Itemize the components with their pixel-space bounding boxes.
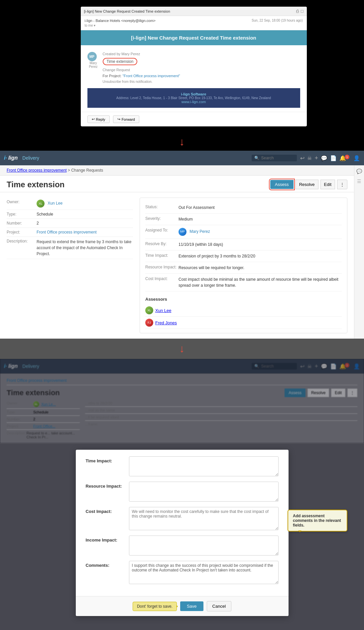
user-icon[interactable]: 👤 — [353, 155, 360, 161]
modal-time-impact-label: Time Impact: — [86, 456, 129, 463]
reply-icon: ↩ — [92, 117, 95, 121]
email-date: Sun, 22 Sep, 18:00 (19 hours ago) — [252, 19, 303, 22]
time-impact-value: Extension of project by 3 months to 28/2… — [179, 253, 255, 259]
modal-user-icon[interactable]: 👤 — [353, 363, 360, 370]
dont-forget-text: Dont' forget to save. — [137, 604, 173, 609]
modal-cost-impact-input[interactable] — [129, 507, 279, 530]
back-icon[interactable]: ↩ — [300, 155, 304, 161]
sidebar-list-icon[interactable]: ☰ — [357, 179, 361, 184]
bg-right: ...nths to 28/2/20 ...mal as the same ..… — [85, 400, 357, 440]
modal-search-input[interactable] — [261, 364, 294, 369]
mp-avatar: MP — [87, 52, 97, 61]
bg-more-btn: ⋮ — [347, 389, 357, 397]
modal-time-impact-input[interactable] — [129, 456, 279, 476]
logo-i: i· — [4, 155, 7, 161]
email-section: [i-lign] New Change Request Created Time… — [0, 0, 364, 133]
assigned-to-label: Assigned To: — [145, 228, 179, 236]
modal-add-icon[interactable]: + — [314, 363, 318, 370]
page-header: Time extension Assess Resolve Edit ⋮ — [0, 176, 354, 192]
type-label: Type: — [7, 212, 37, 217]
breadcrumb-project[interactable]: Front Office process improvement — [7, 168, 67, 173]
save-button[interactable]: Save — [180, 601, 203, 611]
project-link[interactable]: Front Office process improvement — [37, 230, 97, 235]
modal-bell-badge: 1 — [345, 363, 349, 368]
forward-button[interactable]: ↪ Forward — [113, 115, 139, 123]
blurred-background: i·lign Delivery 🔍 ↩ ☠ + 💬 📄 🔔1 👤 Front O… — [0, 359, 364, 630]
time-extension-badge: Time extension — [103, 58, 138, 65]
assessor-avatar-2: FJ — [145, 319, 153, 327]
bg-header: Time extension Assess Resolve Edit ⋮ — [7, 385, 357, 400]
severity-value: Medium — [179, 216, 193, 222]
email-from: i-lign - Balance Hotels <noreply@ilign.c… — [85, 19, 156, 23]
assessor-link-2[interactable]: Fred Jones — [155, 320, 177, 325]
unsubscribe-text[interactable]: Unsubscribe from this notification. — [103, 80, 180, 83]
doc-icon[interactable]: 📄 — [330, 155, 337, 161]
globe-icon[interactable]: ☠ — [307, 155, 312, 161]
assessor-row-1: XL Xun Lee — [145, 304, 342, 317]
resolve-button[interactable]: Resolve — [296, 180, 318, 189]
number-row: Number: 2 — [7, 219, 133, 228]
bg-content: Front Office process improvement Time ex… — [0, 374, 364, 443]
app-logo: i·lign — [4, 155, 18, 161]
logo-lign: lign — [8, 155, 18, 161]
print-icon[interactable]: ⎙ — [296, 9, 299, 14]
modal-globe-icon[interactable]: ☠ — [307, 363, 312, 370]
resolve-by-label: Resolve By: — [145, 241, 179, 247]
sidebar-chat-icon[interactable]: 💬 — [356, 169, 362, 174]
cancel-button[interactable]: Cancel — [207, 601, 231, 611]
sidebar-right: 💬 ☰ — [354, 165, 364, 339]
popout-icon[interactable]: □ — [301, 9, 303, 14]
owner-row: Owner: XL Xun Lee — [7, 198, 133, 210]
project-link[interactable]: "Front Office process improvement" — [122, 74, 180, 78]
modal-logo: i·lign — [4, 363, 18, 369]
modal-back-icon[interactable]: ↩ — [300, 363, 304, 370]
email-titlebar: [i-lign] New Change Request Created Time… — [81, 7, 307, 16]
bg-number: Number:2 — [7, 416, 80, 423]
modal-income-impact-label: Income Impact: — [86, 536, 129, 543]
modal-resource-impact-input[interactable] — [129, 482, 279, 502]
modal-time-impact-row: Time Impact: — [86, 456, 279, 476]
app-navbar: i·lign Delivery 🔍 ↩ ☠ + 💬 📄 🔔1 👤 — [0, 151, 364, 165]
edit-button[interactable]: Edit — [320, 180, 335, 189]
assessor-link-1[interactable]: Xun Lee — [155, 308, 171, 313]
modal-overlay-wrapper: Time Impact: Resource Impact: Cost Impac… — [0, 443, 364, 630]
owner-link[interactable]: Xun Lee — [48, 201, 62, 206]
modal-comments-input[interactable]: I support this change as the success of … — [129, 561, 279, 584]
email-window: [i-lign] New Change Request Created Time… — [81, 7, 307, 126]
red-arrow-2: ↓ — [0, 343, 364, 355]
assigned-to-avatar: MP — [179, 228, 186, 236]
add-icon[interactable]: + — [314, 155, 318, 162]
search-input[interactable] — [261, 156, 294, 160]
modal-income-impact-input[interactable] — [129, 536, 279, 555]
status-value: Out For Assessment — [179, 205, 215, 211]
bg-edit-btn: Edit — [331, 389, 345, 397]
bg-owner: Owner: XLXun Le... — [7, 400, 80, 409]
assess-button[interactable]: Assess — [270, 180, 294, 189]
reply-button[interactable]: ↩ Reply — [87, 115, 110, 123]
email-title-text: [i-lign] New Change Request Created Time… — [84, 9, 170, 13]
bell-icon[interactable]: 🔔1 — [339, 155, 351, 161]
modal-chat-icon[interactable]: 💬 — [321, 363, 327, 370]
right-panel-card: Status: Out For Assessment Severity: Med… — [140, 198, 347, 333]
assessors-title: Assessors — [145, 297, 342, 302]
email-titlebar-icons: ⎙ □ — [296, 9, 303, 14]
resource-impact-label: Resource Impact: — [145, 265, 179, 271]
more-button[interactable]: ⋮ — [337, 180, 347, 189]
main-content: Front Office process improvement > Chang… — [0, 165, 354, 339]
bg-description: Description: Request to e... take accoun… — [7, 430, 80, 440]
assigned-to-link[interactable]: Mary Perez — [189, 229, 210, 234]
severity-label: Severity: — [145, 216, 179, 222]
modal-bell-icon[interactable]: 🔔1 — [339, 363, 351, 370]
owner-avatar: XL — [37, 200, 45, 208]
page-title: Time extension — [7, 180, 64, 189]
description-label: Description: — [7, 239, 37, 257]
cost-impact-row: Cost Impact: Cost impact should be minim… — [145, 274, 342, 291]
bg-project: Project:Front Office... — [7, 423, 80, 430]
bg-assess-btn: Assess — [285, 389, 305, 397]
chat-icon[interactable]: 💬 — [321, 155, 327, 161]
bg-owner-avatar: XL — [33, 401, 39, 407]
modal-doc-icon[interactable]: 📄 — [330, 363, 337, 370]
footer-address: Address: Level 2, Tedia House, 1 - 3 Bla… — [94, 96, 294, 100]
app-module: Delivery — [22, 155, 39, 161]
footer-website: www.i-lign.com — [94, 100, 294, 104]
